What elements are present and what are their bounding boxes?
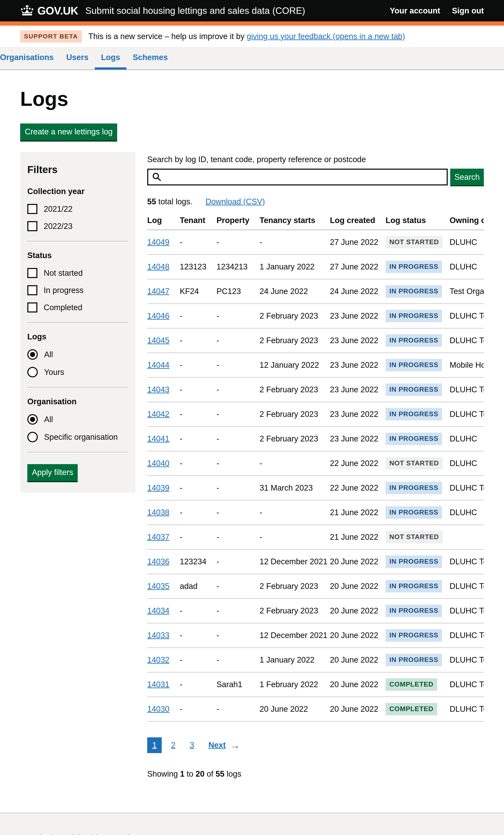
next-arrow-icon[interactable]: →: [230, 740, 240, 751]
log-id-link[interactable]: 14035: [147, 582, 169, 591]
tenant-cell: -: [180, 648, 217, 672]
radio-label[interactable]: Yours: [44, 368, 64, 377]
log-id-link[interactable]: 14033: [147, 631, 169, 640]
table-row: 14049 - - - 27 June 2022 NOT STARTED DLU…: [147, 230, 484, 255]
tenant-cell: -: [180, 402, 217, 427]
log-id-link[interactable]: 14045: [147, 336, 169, 345]
radio-label[interactable]: All: [44, 350, 53, 359]
service-name-link[interactable]: Submit social housing lettings and sales…: [85, 5, 305, 16]
log-id-cell: 14036: [147, 549, 180, 574]
log-id-link[interactable]: 14036: [147, 557, 169, 566]
radio-button[interactable]: [27, 414, 38, 425]
checkbox-label[interactable]: Completed: [44, 303, 82, 312]
nav-tab[interactable]: Organisations: [0, 51, 60, 69]
checkbox-label[interactable]: 2022/23: [44, 222, 73, 231]
checkbox[interactable]: [27, 268, 37, 278]
nav-tab[interactable]: Users: [60, 51, 95, 69]
page-number-link[interactable]: 2: [166, 737, 180, 753]
sign-out-link[interactable]: Sign out: [452, 6, 484, 15]
collection-year-option[interactable]: 2022/23: [27, 221, 128, 231]
filters-panel: Filters Collection year 2021/22 2022/23 …: [20, 152, 136, 493]
checkbox[interactable]: [27, 204, 37, 214]
status-option[interactable]: In progress: [27, 285, 128, 295]
organisation-filter-heading: Organisation: [27, 397, 128, 406]
tenant-cell: KF24: [180, 279, 217, 304]
your-account-link[interactable]: Your account: [390, 6, 440, 15]
log-id-link[interactable]: 14046: [147, 311, 169, 320]
radio-button[interactable]: [27, 432, 38, 442]
log-id-link[interactable]: 14037: [147, 533, 169, 542]
log-id-link[interactable]: 14038: [147, 508, 169, 517]
column-header: Tenant: [180, 212, 217, 230]
property-cell: -: [217, 328, 260, 353]
logs-table: Log Tenant Property Tenancy starts Log c…: [147, 212, 484, 721]
log-id-link[interactable]: 14044: [147, 361, 169, 369]
log-id-link[interactable]: 14040: [147, 459, 169, 468]
log-status-cell: IN PROGRESS: [386, 279, 450, 304]
log-status-cell: NOT STARTED: [386, 525, 450, 549]
checkbox[interactable]: [27, 221, 37, 231]
table-row: 14043 - - 2 February 2023 23 June 2022 I…: [147, 378, 484, 402]
page-number-link[interactable]: 1: [147, 737, 162, 753]
feedback-link[interactable]: giving us your feedback (opens in a new …: [247, 32, 405, 41]
organisation-filter-option[interactable]: All: [27, 414, 128, 425]
log-id-cell: 14044: [147, 353, 180, 378]
nav-tab[interactable]: Logs: [95, 51, 126, 69]
radio-label[interactable]: All: [44, 415, 53, 424]
log-status-cell: IN PROGRESS: [386, 623, 450, 648]
logs-filter-option[interactable]: All: [27, 349, 128, 360]
results-section: Search by log ID, tenant code, property …: [147, 152, 484, 787]
apply-filters-button[interactable]: Apply filters: [27, 464, 78, 481]
status-option[interactable]: Completed: [27, 302, 128, 312]
log-id-link[interactable]: 14048: [147, 262, 169, 271]
table-row: 14046 - - 2 February 2023 23 June 2022 I…: [147, 304, 484, 328]
tenancy-starts-cell: 12 January 2022: [260, 353, 330, 378]
column-header: Log: [147, 212, 180, 230]
logs-filter-option[interactable]: Yours: [27, 367, 128, 378]
table-row: 14034 - - 2 February 2023 20 June 2022 I…: [147, 598, 484, 623]
log-id-link[interactable]: 14049: [147, 238, 169, 247]
next-page-link[interactable]: Next: [208, 741, 225, 750]
log-status-cell: NOT STARTED: [386, 230, 450, 255]
log-id-link[interactable]: 14041: [147, 434, 169, 443]
table-row: 14032 - - 1 January 2022 20 June 2022 IN…: [147, 648, 484, 672]
table-row: 14033 - - 12 December 2021 20 June 2022 …: [147, 623, 484, 648]
log-id-link[interactable]: 14039: [147, 484, 169, 492]
checkbox-label[interactable]: Not started: [44, 269, 83, 278]
nav-tab[interactable]: Schemes: [126, 51, 174, 69]
showing-suffix: logs: [224, 770, 241, 778]
log-id-link[interactable]: 14031: [147, 680, 169, 689]
showing-mid2: of: [204, 770, 216, 778]
collection-year-option[interactable]: 2021/22: [27, 204, 128, 214]
status-option[interactable]: Not started: [27, 268, 128, 278]
log-id-link[interactable]: 14042: [147, 410, 169, 419]
search-button[interactable]: Search: [450, 169, 484, 185]
tenancy-starts-cell: 2 February 2023: [260, 378, 330, 402]
download-csv-link[interactable]: Download (CSV): [206, 197, 265, 206]
page-number-link[interactable]: 3: [185, 737, 199, 753]
checkbox[interactable]: [27, 285, 37, 295]
log-created-cell: 20 June 2022: [330, 598, 386, 623]
property-cell: -: [217, 598, 260, 623]
footer: Get help with this service Online helpde…: [0, 813, 504, 835]
radio-label[interactable]: Specific organisation: [44, 433, 118, 442]
log-status-cell: IN PROGRESS: [386, 476, 450, 500]
organisation-filter-option[interactable]: Specific organisation: [27, 432, 128, 442]
checkbox-label[interactable]: 2021/22: [44, 205, 73, 213]
log-id-link[interactable]: 14043: [147, 385, 169, 394]
radio-button[interactable]: [27, 349, 38, 360]
owning-organisation-cell: DLUHC Test: [450, 328, 484, 353]
create-lettings-log-button[interactable]: Create a new lettings log: [20, 123, 117, 141]
log-id-link[interactable]: 14032: [147, 655, 169, 664]
owning-organisation-cell: DLUHC Test: [450, 598, 484, 623]
checkbox-label[interactable]: In progress: [44, 286, 84, 295]
log-id-link[interactable]: 14034: [147, 606, 169, 615]
govuk-logo[interactable]: GOV.UK: [20, 4, 78, 17]
log-id-cell: 14033: [147, 623, 180, 648]
log-id-link[interactable]: 14047: [147, 287, 169, 296]
radio-button[interactable]: [27, 367, 38, 378]
search-input[interactable]: [147, 169, 448, 185]
showing-prefix: Showing: [147, 770, 180, 778]
checkbox[interactable]: [27, 302, 37, 312]
log-id-link[interactable]: 14030: [147, 705, 169, 713]
